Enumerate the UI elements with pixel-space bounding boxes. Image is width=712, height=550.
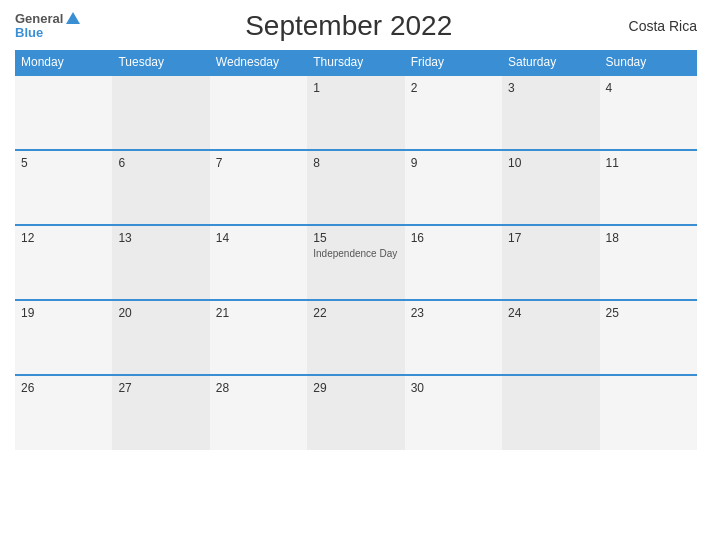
table-row: 20 [112, 300, 209, 375]
day-number: 4 [606, 81, 691, 95]
table-row: 22 [307, 300, 404, 375]
table-row: 3 [502, 75, 599, 150]
calendar-wrapper: General Blue September 2022 Costa Rica M… [0, 0, 712, 550]
event-label: Independence Day [313, 247, 398, 260]
day-number: 18 [606, 231, 691, 245]
calendar-week-row: 2627282930 [15, 375, 697, 450]
day-number: 16 [411, 231, 496, 245]
day-number: 1 [313, 81, 398, 95]
day-number: 26 [21, 381, 106, 395]
table-row: 4 [600, 75, 697, 150]
day-number: 20 [118, 306, 203, 320]
table-row: 26 [15, 375, 112, 450]
table-row [502, 375, 599, 450]
day-number: 27 [118, 381, 203, 395]
day-number: 15 [313, 231, 398, 245]
table-row: 9 [405, 150, 502, 225]
day-number: 11 [606, 156, 691, 170]
table-row: 25 [600, 300, 697, 375]
table-row [210, 75, 307, 150]
day-number: 2 [411, 81, 496, 95]
col-saturday: Saturday [502, 50, 599, 75]
table-row: 7 [210, 150, 307, 225]
day-number: 7 [216, 156, 301, 170]
day-number: 21 [216, 306, 301, 320]
day-number: 17 [508, 231, 593, 245]
table-row: 13 [112, 225, 209, 300]
calendar-week-row: 567891011 [15, 150, 697, 225]
day-number: 25 [606, 306, 691, 320]
table-row: 27 [112, 375, 209, 450]
day-number: 19 [21, 306, 106, 320]
table-row: 12 [15, 225, 112, 300]
day-number: 23 [411, 306, 496, 320]
day-number: 22 [313, 306, 398, 320]
day-number: 3 [508, 81, 593, 95]
calendar-body: 123456789101112131415Independence Day161… [15, 75, 697, 450]
col-wednesday: Wednesday [210, 50, 307, 75]
table-row: 16 [405, 225, 502, 300]
table-row: 10 [502, 150, 599, 225]
day-number: 30 [411, 381, 496, 395]
table-row: 5 [15, 150, 112, 225]
day-number: 14 [216, 231, 301, 245]
day-number: 29 [313, 381, 398, 395]
col-friday: Friday [405, 50, 502, 75]
table-row: 28 [210, 375, 307, 450]
logo-general-text: General [15, 12, 63, 26]
table-row: 18 [600, 225, 697, 300]
table-row: 11 [600, 150, 697, 225]
table-row: 21 [210, 300, 307, 375]
table-row [15, 75, 112, 150]
table-row: 8 [307, 150, 404, 225]
table-row: 2 [405, 75, 502, 150]
table-row: 29 [307, 375, 404, 450]
table-row: 19 [15, 300, 112, 375]
day-number: 10 [508, 156, 593, 170]
month-title: September 2022 [80, 10, 617, 42]
logo-triangle-icon [66, 12, 80, 24]
calendar-header: General Blue September 2022 Costa Rica [15, 10, 697, 42]
day-number: 6 [118, 156, 203, 170]
day-number: 28 [216, 381, 301, 395]
col-thursday: Thursday [307, 50, 404, 75]
col-sunday: Sunday [600, 50, 697, 75]
table-row [112, 75, 209, 150]
table-row: 24 [502, 300, 599, 375]
country-label: Costa Rica [617, 18, 697, 34]
table-row: 15Independence Day [307, 225, 404, 300]
calendar-week-row: 12131415Independence Day161718 [15, 225, 697, 300]
calendar-table: Monday Tuesday Wednesday Thursday Friday… [15, 50, 697, 450]
table-row [600, 375, 697, 450]
day-number: 24 [508, 306, 593, 320]
table-row: 6 [112, 150, 209, 225]
col-tuesday: Tuesday [112, 50, 209, 75]
table-row: 1 [307, 75, 404, 150]
day-number: 9 [411, 156, 496, 170]
day-number: 13 [118, 231, 203, 245]
calendar-week-row: 1234 [15, 75, 697, 150]
table-row: 17 [502, 225, 599, 300]
logo-blue-text: Blue [15, 26, 43, 40]
day-number: 8 [313, 156, 398, 170]
col-monday: Monday [15, 50, 112, 75]
weekday-header-row: Monday Tuesday Wednesday Thursday Friday… [15, 50, 697, 75]
day-number: 5 [21, 156, 106, 170]
day-number: 12 [21, 231, 106, 245]
logo: General Blue [15, 12, 80, 41]
table-row: 23 [405, 300, 502, 375]
calendar-week-row: 19202122232425 [15, 300, 697, 375]
table-row: 14 [210, 225, 307, 300]
table-row: 30 [405, 375, 502, 450]
